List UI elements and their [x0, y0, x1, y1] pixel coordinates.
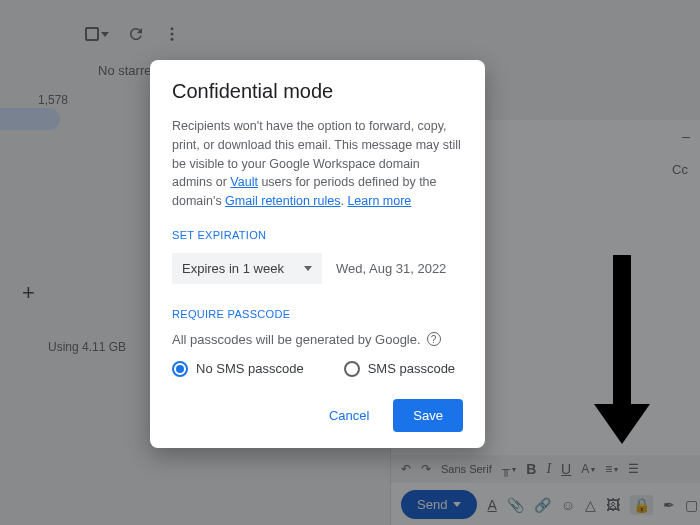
- passcode-note: All passcodes will be generated by Googl…: [172, 332, 463, 347]
- expiration-date-display: Wed, Aug 31, 2022: [336, 261, 446, 276]
- dialog-description: Recipients won't have the option to forw…: [172, 117, 463, 211]
- confidential-mode-dialog: Confidential mode Recipients won't have …: [150, 60, 485, 448]
- caret-down-icon: [304, 266, 312, 271]
- passcode-section-label: REQUIRE PASSCODE: [172, 308, 463, 320]
- radio-unselected-icon: [344, 361, 360, 377]
- help-icon[interactable]: ?: [427, 332, 441, 346]
- learn-more-link[interactable]: Learn more: [347, 194, 411, 208]
- retention-rules-link[interactable]: Gmail retention rules: [225, 194, 340, 208]
- no-sms-passcode-radio[interactable]: No SMS passcode: [172, 361, 304, 377]
- save-button[interactable]: Save: [393, 399, 463, 432]
- expiration-dropdown[interactable]: Expires in 1 week: [172, 253, 322, 284]
- annotation-arrow: [594, 255, 650, 444]
- dialog-title: Confidential mode: [172, 80, 463, 103]
- expiration-section-label: SET EXPIRATION: [172, 229, 463, 241]
- sms-passcode-radio[interactable]: SMS passcode: [344, 361, 455, 377]
- cancel-button[interactable]: Cancel: [319, 400, 379, 431]
- radio-selected-icon: [172, 361, 188, 377]
- vault-link[interactable]: Vault: [230, 175, 258, 189]
